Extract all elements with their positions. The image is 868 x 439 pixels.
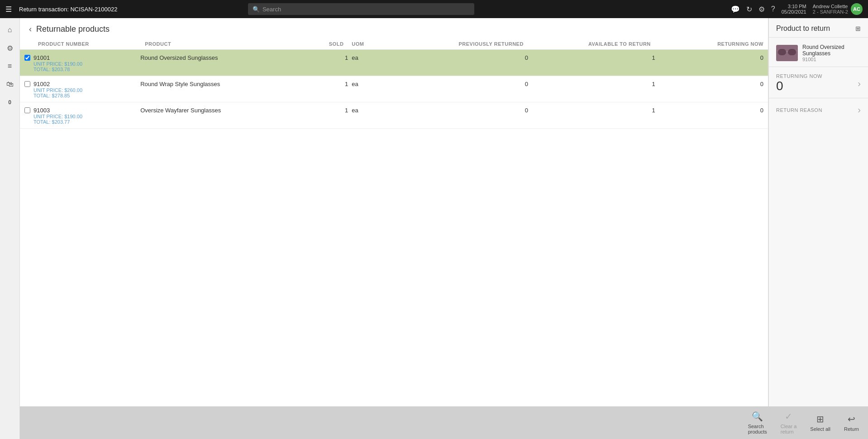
topbar-icons: 💬 ↻ ⚙ ? 3:10 PM 05/20/2021 Andrew Collet… — [731, 3, 863, 15]
chat-icon[interactable]: 💬 — [731, 5, 740, 14]
user-name: Andrew Collette 2 - SANFRAN-2 — [813, 4, 848, 14]
return-label: Return — [844, 426, 859, 432]
row-product-number: 91002 — [33, 81, 140, 87]
row-price-info: UNIT PRICE: $260.00TOTAL: $278.85 — [33, 87, 140, 102]
table-row[interactable]: 91003 UNIT PRICE: $190.00TOTAL: $203.77 … — [20, 102, 768, 129]
row-prev-returned-cell: 0 — [396, 102, 528, 129]
col-header-product-number: PRODUCT NUMBER — [33, 39, 140, 50]
row-checkbox[interactable] — [24, 81, 30, 87]
left-panel: ‹ Returnable products PRODUCT NUMBER PRO… — [20, 18, 768, 406]
row-price-info: UNIT PRICE: $190.00TOTAL: $203.77 — [33, 114, 140, 128]
product-preview-id: 91001 — [802, 57, 861, 62]
topbar-search-container: 🔍 — [248, 3, 474, 15]
expand-icon[interactable]: ⊞ — [855, 25, 861, 32]
returning-now-chevron[interactable]: › — [858, 78, 861, 89]
cart-badge: 0 — [8, 99, 11, 106]
topbar-search-input[interactable] — [262, 6, 470, 13]
clear-return-icon: ✓ — [785, 411, 792, 422]
return-icon: ↩ — [848, 414, 855, 425]
sunglasses-svg — [777, 45, 797, 61]
search-products-button[interactable]: 🔍 Searchproducts — [748, 411, 767, 434]
bottom-toolbar: 🔍 Searchproducts ✓ Clear areturn ⊞ Selec… — [20, 406, 868, 439]
products-table: PRODUCT NUMBER PRODUCT SOLD UOM PREVIOUS… — [20, 39, 768, 129]
row-product-name: Round Wrap Style Sunglasses — [140, 81, 284, 87]
panel-header: ‹ Returnable products — [20, 18, 768, 39]
col-header-product: PRODUCT — [140, 39, 284, 50]
right-panel: Product to return ⊞ — [768, 18, 868, 406]
sidebar: ⌂ ⚙ ≡ 🛍 0 — [0, 18, 20, 439]
sidebar-item-grid[interactable]: ⚙ — [2, 40, 18, 56]
search-products-icon: 🔍 — [752, 411, 763, 422]
row-sold-cell: 1 — [284, 50, 348, 76]
user-avatar[interactable]: AC — [851, 3, 863, 15]
row-sold-cell: 1 — [284, 76, 348, 102]
product-preview-info: Round Oversized Sunglasses 91001 — [802, 44, 861, 62]
col-header-prev-returned: PREVIOUSLY RETURNED — [396, 39, 528, 50]
content-area: ‹ Returnable products PRODUCT NUMBER PRO… — [20, 18, 868, 439]
page-content: ‹ Returnable products PRODUCT NUMBER PRO… — [20, 18, 868, 406]
sidebar-item-home[interactable]: ⌂ — [2, 22, 18, 38]
hamburger-icon[interactable]: ☰ — [5, 5, 12, 14]
row-prev-returned-cell: 0 — [396, 50, 528, 76]
row-product-name-cell: Oversize Wayfarer Sunglasses — [140, 102, 284, 129]
table-row[interactable]: 91001 UNIT PRICE: $190.00TOTAL: $203.78 … — [20, 50, 768, 76]
row-product-name: Oversize Wayfarer Sunglasses — [140, 107, 284, 114]
row-checkbox-cell[interactable] — [20, 50, 33, 76]
home-icon: ⌂ — [8, 26, 12, 34]
row-prev-returned-cell: 0 — [396, 76, 528, 102]
product-preview: Round Oversized Sunglasses 91001 — [769, 38, 868, 67]
row-checkbox-cell[interactable] — [20, 102, 33, 129]
row-avail-return-cell: 1 — [528, 50, 655, 76]
settings-icon[interactable]: ⚙ — [758, 5, 765, 14]
select-all-label: Select all — [810, 426, 830, 432]
row-checkbox[interactable] — [24, 55, 30, 61]
row-checkbox-cell[interactable] — [20, 76, 33, 102]
clear-return-button[interactable]: ✓ Clear areturn — [781, 411, 796, 434]
back-button[interactable]: ‹ — [29, 24, 32, 34]
refresh-icon[interactable]: ↻ — [746, 5, 752, 14]
svg-rect-0 — [778, 49, 786, 55]
product-thumbnail — [776, 45, 798, 61]
row-uom-cell: ea — [348, 50, 396, 76]
col-header-uom: UOM — [348, 39, 396, 50]
col-header-avail-return: AVAILABLE TO RETURN — [528, 39, 655, 50]
return-reason-chevron[interactable]: › — [858, 105, 861, 115]
sidebar-item-bag[interactable]: 🛍 — [2, 76, 18, 92]
table-header-row: PRODUCT NUMBER PRODUCT SOLD UOM PREVIOUS… — [20, 39, 768, 50]
row-product-name: Round Oversized Sunglasses — [140, 54, 284, 61]
bag-icon: 🛍 — [6, 80, 14, 88]
return-reason-section: RETURN REASON › — [769, 98, 868, 120]
svg-rect-1 — [788, 49, 796, 55]
col-header-sold: SOLD — [284, 39, 348, 50]
row-returning-now-cell: 0 — [655, 76, 768, 102]
table-row[interactable]: 91002 UNIT PRICE: $260.00TOTAL: $278.85 … — [20, 76, 768, 102]
row-product-number: 91003 — [33, 107, 140, 114]
right-panel-title: Product to return ⊞ — [769, 18, 868, 38]
row-product-number-cell: 91003 UNIT PRICE: $190.00TOTAL: $203.77 — [33, 102, 140, 129]
sidebar-item-list[interactable]: ≡ — [2, 58, 18, 74]
row-product-name-cell: Round Wrap Style Sunglasses — [140, 76, 284, 102]
row-product-number: 91001 — [33, 54, 140, 61]
select-all-button[interactable]: ⊞ Select all — [810, 414, 830, 432]
row-avail-return-cell: 1 — [528, 102, 655, 129]
returning-now-value: 0 — [776, 79, 822, 93]
topbar-title: Return transaction: NCISAN-2100022 — [19, 6, 118, 13]
topbar-user: Andrew Collette 2 - SANFRAN-2 AC — [813, 3, 863, 15]
search-products-label: Searchproducts — [748, 424, 767, 434]
panel-title: Returnable products — [36, 24, 110, 34]
row-uom-cell: ea — [348, 102, 396, 129]
help-icon[interactable]: ? — [771, 5, 775, 13]
row-checkbox[interactable] — [24, 107, 30, 113]
list-icon: ≡ — [8, 62, 12, 70]
main-layout: ⌂ ⚙ ≡ 🛍 0 ‹ Returnable products — [0, 18, 868, 439]
return-button[interactable]: ↩ Return — [844, 414, 859, 432]
col-header-returning-now: RETURNING NOW — [655, 39, 768, 50]
row-price-info: UNIT PRICE: $190.00TOTAL: $203.78 — [33, 61, 140, 76]
returning-now-label: RETURNING NOW — [776, 73, 822, 79]
row-sold-cell: 1 — [284, 102, 348, 129]
row-uom-cell: ea — [348, 76, 396, 102]
row-product-name-cell: Round Oversized Sunglasses — [140, 50, 284, 76]
row-product-number-cell: 91002 UNIT PRICE: $260.00TOTAL: $278.85 — [33, 76, 140, 102]
select-all-icon: ⊞ — [816, 414, 824, 425]
sidebar-item-cart[interactable]: 0 — [2, 94, 18, 111]
